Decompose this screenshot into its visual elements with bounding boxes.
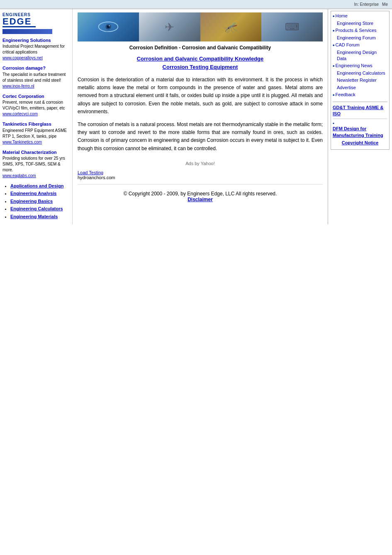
banner-plane: ✈ [139,12,200,41]
sidebar-ad-2-link[interactable]: www.inox-ferro.nl [2,84,34,88]
right-nav-store: Engineering Store [333,20,387,27]
heading-link-2[interactable]: Corrosion Testing Equipment [78,63,323,71]
small-ad-banner [2,29,52,34]
banner-eye [78,12,139,41]
right-nav-calc-link[interactable]: Engineering Calculators [337,70,385,76]
sidebar-ad-3-title: Cortec Corporation [2,93,70,100]
svg-point-3 [109,25,110,26]
sidebar-bullet-1: Applications and Design [10,183,70,189]
spacer-icon [333,49,336,56]
right-nav-forum: Engineering Forum [333,35,387,41]
main-heading: Corrosion and Galvanic Compatibility Kno… [78,55,323,71]
sidebar-bullet-4-link[interactable]: Engineering Calculators [10,206,63,211]
banner-images: ✈ 🦟 ⌨ [78,12,323,41]
right-nav-forum-link[interactable]: Engineering Forum [337,35,376,41]
spacer-icon [333,35,336,41]
right-nav-advertise-link[interactable]: Advertise [337,85,356,91]
copyright-notice-link[interactable]: Copyright Notice [333,140,387,146]
sidebar-bullet-5: Engineering Materials [10,214,70,220]
right-nav-news: • Engineering News [333,63,387,69]
sidebar-ad-5-title: Material Characterization [2,149,70,156]
sidebar-bullet-4: Engineering Calculators [10,206,70,212]
sidebar-ad-1-body: Industrial Project Management for critic… [2,44,70,55]
heading-link-1[interactable]: Corrosion and Galvanic Compatibility Kno… [78,55,323,63]
spacer-icon [333,70,336,76]
sidebar-ad-3-link[interactable]: www.cortecvci.com [2,112,38,116]
right-nav-news-link[interactable]: Engineering News [336,63,373,69]
sidebar-bullet-5-link[interactable]: Engineering Materials [10,214,58,219]
right-nav-design-data-link[interactable]: Engineering Design Data [337,49,387,62]
center-content: ✈ 🦟 ⌨ Corrosion Definition - Corrosion a… [73,9,328,224]
right-nav-calc: Engineering Calculators [333,70,387,76]
banner-keyboard: ⌨ [261,12,323,41]
main-layout: ENGINEERS EDGE Engineering Solutions Ind… [0,9,392,224]
spacer-icon [333,20,336,27]
right-sidebar-bottom: GD&T Training ASME & ISO • DFM Design fo… [333,102,387,146]
sidebar-ad-1: Engineering Solutions Industrial Project… [2,37,70,61]
right-nav-cad-link[interactable]: CAD Forum [336,42,360,48]
divider [333,119,387,119]
bullet-icon: • [333,42,335,49]
sidebar-ad-4-link[interactable]: www.Tankinetics.com [2,140,42,144]
bullet-icon: • [333,27,335,34]
bullet-icon: • [333,92,335,98]
sidebar-ad-5-link[interactable]: www.eaglabs.com [2,173,36,178]
footer-ad-sub: hydroanchors.com [78,175,323,180]
sidebar-ad-1-link[interactable]: www.copperalloys.net [2,56,43,60]
sidebar-ad-5-body: Providing solutions for over 25 yrs SIMS… [2,156,70,173]
right-nav-newsletter-link[interactable]: Newsletter Register [337,77,377,83]
content-paragraph-2: The corrosion of metals is a natural pro… [78,121,323,153]
copyright-section: © Copyright 2000 - 2009, by Engineers Ed… [78,184,323,209]
logo-area: ENGINEERS EDGE [2,12,70,34]
right-nav-products: • Products & Services [333,27,387,34]
top-bar: In: Enterprise Me [0,0,392,9]
content-paragraph-1: Corrosion is the deterioration of a mate… [78,76,323,116]
top-bar-me: Me [382,2,388,7]
dfm-training-link[interactable]: DFM Design for Manufacturing Training [333,126,387,139]
sidebar-bullet-2: Engineering Analysis [10,190,70,197]
page-subtitle: Corrosion Definition - Corrosion and Gal… [78,45,323,51]
right-nav-products-link[interactable]: Products & Services [336,27,377,34]
gdt-training-link[interactable]: GD&T Training ASME & ISO [333,105,387,117]
sidebar-bullet-2-link[interactable]: Engineering Analysis [10,191,56,196]
right-nav-list: • Home Engineering Store • Products & Se… [333,13,387,98]
right-nav-cad: • CAD Forum [333,42,387,49]
right-nav-store-link[interactable]: Engineering Store [337,20,373,27]
right-sidebar: • Home Engineering Store • Products & Se… [328,9,392,224]
right-nav-home-link[interactable]: Home [336,13,348,19]
left-sidebar: ENGINEERS EDGE Engineering Solutions Ind… [0,9,73,224]
top-bar-label: In: Enterprise [354,2,379,7]
banner-insect: 🦟 [200,12,262,41]
sidebar-ad-2: Corrosion damage? The specialist in surf… [2,65,70,89]
sidebar-ad-5: Material Characterization Providing solu… [2,149,70,179]
copyright-text: © Copyright 2000 - 2009, by Engineers Ed… [84,191,317,197]
footer-ad: Load Testing hydroanchors.com [78,170,323,180]
sidebar-ad-2-body: The specialist in surface treatment of s… [2,72,70,83]
sidebar-ad-1-title: Engineering Solutions [2,37,70,44]
right-nav-newsletter: Newsletter Register [333,77,387,83]
insect-icon: 🦟 [224,20,238,34]
ads-yahoo-label: Ads by Yahoo! [78,161,323,166]
spacer-icon [333,77,336,83]
sidebar-ad-3: Cortec Corporation Prevent, remove rust … [2,93,70,117]
bullet-small: • [333,121,334,126]
keyboard-icon: ⌨ [285,21,299,33]
right-nav-feedback-link[interactable]: Feedback [336,92,355,98]
sidebar-bullet-3: Engineering Basics [10,198,70,204]
right-nav-advertise: Advertise [333,85,387,91]
plane-icon: ✈ [165,20,174,34]
sidebar-bullet-3-link[interactable]: Engineering Basics [10,199,53,204]
right-nav-feedback: • Feedback [333,92,387,98]
footer-ad-link[interactable]: Load Testing [78,170,103,175]
spacer-icon [333,85,336,91]
bullet-icon: • [333,13,335,19]
right-nav-design-data: Engineering Design Data [333,49,387,62]
right-sidebar-inner: • Home Engineering Store • Products & Se… [331,11,390,150]
logo-edge: EDGE [2,17,70,26]
disclaimer-link[interactable]: Disclaimer [187,197,213,202]
sidebar-ad-4-body: Engineered FRP Equipment ASME RTP 1, Sec… [2,128,70,139]
right-nav-home: • Home [333,13,387,19]
sidebar-ad-3-body: Prevent, remove rust & corrosion VCI/VpC… [2,100,70,111]
sidebar-ad-4-title: Tankinetics Fiberglass [2,121,70,127]
sidebar-bullet-1-link[interactable]: Applications and Design [10,183,63,188]
